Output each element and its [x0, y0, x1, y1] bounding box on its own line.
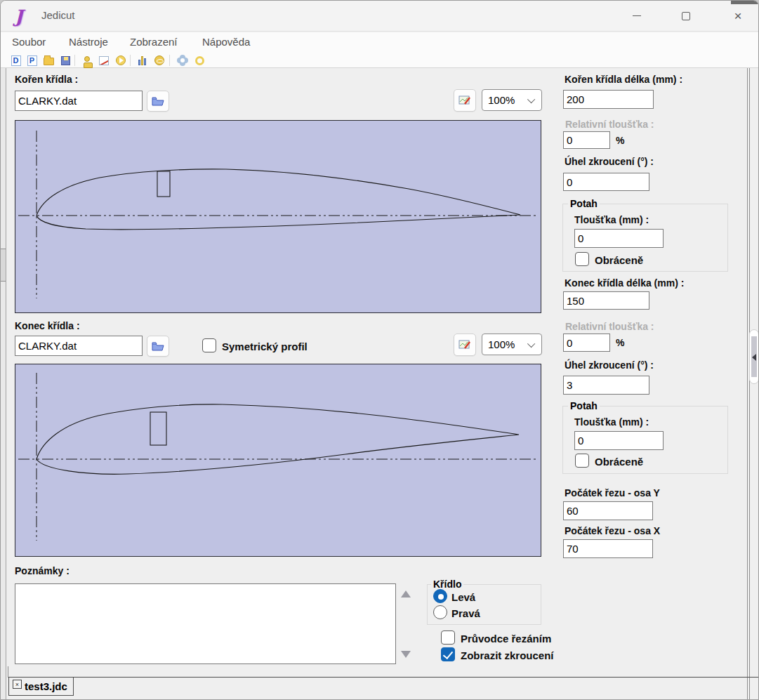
chevron-down-icon [527, 95, 535, 103]
menu-napoveda[interactable]: Nápověda [202, 36, 250, 48]
tip-potah-label: Potah [568, 400, 600, 411]
toolbar: D P [1, 53, 758, 68]
machine-icon[interactable] [81, 55, 93, 66]
root-open-file-button[interactable] [147, 91, 169, 112]
tip-zoom-value: 100% [488, 338, 515, 350]
cutting-wizard-label: Průvodce řezáním [461, 633, 551, 645]
image-edit-icon [458, 95, 471, 106]
root-potah-reversed-checkbox[interactable] [575, 252, 589, 266]
toolbar-separator [130, 55, 131, 66]
left-panel-splitter-handle[interactable] [1, 249, 6, 282]
tip-potah-reversed-checkbox[interactable] [575, 454, 589, 468]
root-profile-file-input[interactable] [15, 91, 143, 111]
cutting-chart-icon[interactable] [98, 55, 110, 66]
tip-rel-thickness-unit: % [616, 337, 624, 348]
notes-scroll-down-icon[interactable] [401, 651, 411, 658]
maximize-icon [682, 12, 690, 20]
background-window-fragment [731, 1, 759, 4]
wing-group-label: Křídlo [431, 579, 463, 590]
tip-airfoil-canvas [15, 364, 541, 557]
blue-folder-icon [152, 96, 164, 106]
root-airfoil-drawing [15, 121, 541, 312]
root-potah-reversed-label: Obráceně [595, 254, 643, 266]
tip-rel-thickness-label: Relativní tloušťka : [565, 321, 654, 332]
tabbar-top-border [8, 677, 758, 678]
save-icon[interactable] [60, 55, 72, 66]
right-panel-expander[interactable] [749, 329, 759, 384]
root-potah-thickness-label: Tloušťka (mm) : [574, 214, 649, 225]
root-airfoil-canvas [15, 120, 541, 313]
tip-twist-input[interactable] [563, 376, 649, 395]
root-rel-thickness-input[interactable] [563, 131, 610, 149]
show-twist-checkbox[interactable] [441, 647, 455, 661]
tip-airfoil-drawing [15, 364, 541, 556]
root-potah-thickness-input[interactable] [574, 229, 664, 248]
wing-right-radio[interactable] [433, 605, 447, 619]
tip-profile-file-input[interactable] [15, 336, 143, 356]
tip-length-input[interactable] [563, 291, 649, 310]
new-p-icon[interactable]: P [26, 55, 38, 66]
cutting-wizard-checkbox[interactable] [441, 630, 455, 645]
tabbar-left-edge [8, 666, 8, 678]
menu-nastroje[interactable]: Nástroje [69, 36, 108, 48]
root-rel-thickness-label: Relativní tloušťka : [565, 119, 654, 130]
root-export-image-button[interactable] [454, 89, 476, 112]
root-length-input[interactable] [563, 90, 654, 109]
tip-potah-thickness-input[interactable] [574, 431, 664, 450]
tip-twist-label: Úhel zkroucení (°) : [565, 359, 654, 371]
wing-left-label: Levá [451, 591, 475, 603]
cut-start-x-label: Počátek řezu - osa X [565, 525, 660, 536]
symmetric-profile-label: Symetrický profil [222, 341, 308, 352]
tab-close-icon[interactable]: × [13, 680, 22, 689]
tip-profile-label: Konec křídla : [15, 320, 80, 331]
maximize-button[interactable] [670, 1, 702, 31]
tip-open-file-button[interactable] [147, 336, 169, 357]
web-icon[interactable] [153, 55, 165, 66]
root-zoom-value: 100% [488, 94, 515, 106]
minimize-button[interactable] [621, 1, 653, 31]
minimize-icon [633, 15, 641, 16]
tip-zoom-dropdown[interactable]: 100% [482, 334, 542, 355]
root-potah-label: Potah [568, 198, 600, 209]
menu-soubor[interactable]: Soubor [12, 36, 46, 48]
notes-textarea[interactable] [15, 583, 396, 664]
document-tab-label: test3.jdc [25, 680, 67, 692]
tip-potah-thickness-label: Tloušťka (mm) : [574, 416, 649, 428]
wing-right-label: Pravá [451, 607, 480, 619]
window-title: Jedicut [41, 9, 75, 21]
toolbar-separator [74, 55, 75, 66]
tip-length-label: Konec křídla délka (mm) : [565, 277, 684, 289]
menu-zobrazeni[interactable]: Zobrazení [130, 36, 178, 48]
root-length-label: Kořen křídla délka (mm) : [565, 74, 682, 85]
next-arrow-icon[interactable] [114, 55, 126, 66]
tip-export-image-button[interactable] [454, 334, 476, 356]
cut-start-y-label: Počátek řezu - osa Y [565, 487, 660, 498]
blue-folder-icon [152, 341, 164, 351]
cut-start-y-input[interactable] [563, 501, 653, 520]
chevron-down-icon [527, 339, 535, 347]
tip-potah-reversed-label: Obráceně [595, 456, 643, 468]
show-twist-label: Zobrazit zkroucení [461, 649, 554, 661]
image-edit-icon [458, 339, 471, 350]
wing-left-radio[interactable] [433, 589, 447, 603]
app-window: J Jedicut × Soubor Nástroje Zobrazení Ná… [0, 0, 759, 700]
statistics-icon[interactable] [136, 55, 148, 66]
toolbar-separator [169, 55, 170, 66]
settings-gear-icon[interactable] [176, 55, 188, 66]
root-twist-input[interactable] [563, 173, 649, 191]
notes-scroll-up-icon[interactable] [401, 590, 411, 597]
right-panel-divider [747, 68, 750, 699]
root-zoom-dropdown[interactable]: 100% [482, 89, 542, 111]
notes-label: Poznámky : [15, 565, 70, 576]
open-folder-icon[interactable] [43, 55, 55, 66]
left-collapsed-panel-strip [1, 68, 6, 699]
root-rel-thickness-unit: % [616, 135, 624, 146]
title-bar: J Jedicut × [1, 1, 758, 32]
symmetric-profile-checkbox[interactable] [202, 338, 216, 352]
new-d-icon[interactable]: D [10, 55, 22, 66]
document-tab[interactable]: × test3.jdc [8, 678, 74, 696]
close-button[interactable]: × [722, 1, 754, 31]
refresh-ring-icon[interactable] [194, 55, 206, 66]
tip-rel-thickness-input[interactable] [563, 334, 610, 352]
cut-start-x-input[interactable] [563, 539, 653, 558]
